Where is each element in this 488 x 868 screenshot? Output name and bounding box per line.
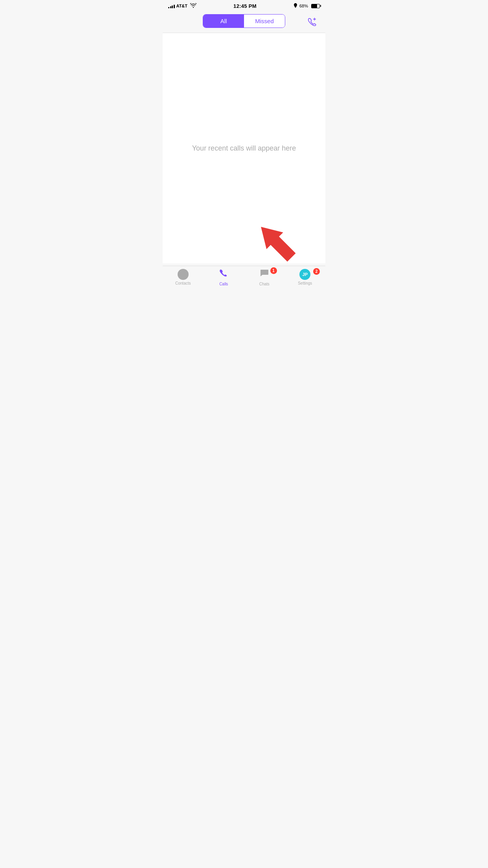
empty-calls-message: Your recent calls will appear here: [192, 144, 296, 153]
segment-all-button[interactable]: All: [203, 15, 244, 28]
contacts-icon: [178, 269, 189, 280]
bar3: [172, 6, 173, 8]
new-call-button[interactable]: [305, 15, 319, 29]
status-time: 12:45 PM: [233, 3, 257, 9]
segment-control: All Missed: [203, 14, 285, 28]
status-left: AT&T: [168, 3, 196, 9]
phone-icon: [218, 268, 229, 281]
carrier-label: AT&T: [176, 4, 188, 8]
signal-bars-icon: [168, 4, 175, 8]
nav-header: All Missed: [163, 11, 325, 33]
status-right: 68%: [294, 3, 320, 9]
bar2: [170, 6, 171, 8]
tab-contacts-label: Contacts: [175, 281, 191, 285]
tab-settings[interactable]: JP 2 Settings: [285, 269, 326, 285]
tab-chats-label: Chats: [259, 282, 270, 286]
tab-chats[interactable]: 1 Chats: [244, 268, 285, 286]
status-bar: AT&T 12:45 PM 68%: [163, 0, 325, 11]
chat-icon: [259, 268, 270, 281]
segment-missed-button[interactable]: Missed: [244, 15, 285, 28]
chats-badge: 1: [270, 267, 277, 274]
tab-bar: Contacts Calls 1 Chats JP 2 Settings: [163, 266, 325, 289]
settings-avatar: JP: [299, 269, 310, 280]
wifi-icon: [190, 3, 196, 9]
bar4: [174, 5, 175, 8]
battery-icon: [310, 4, 320, 8]
tab-calls-label: Calls: [219, 282, 228, 286]
tab-calls[interactable]: Calls: [204, 268, 244, 286]
battery-percent: 68%: [299, 4, 308, 8]
svg-point-3: [182, 272, 185, 275]
settings-badge: 2: [313, 268, 320, 275]
bar1: [168, 7, 169, 8]
tab-settings-label: Settings: [298, 281, 312, 285]
main-content: Your recent calls will appear here: [163, 33, 325, 263]
location-icon: [294, 3, 297, 9]
tab-contacts[interactable]: Contacts: [163, 269, 204, 285]
